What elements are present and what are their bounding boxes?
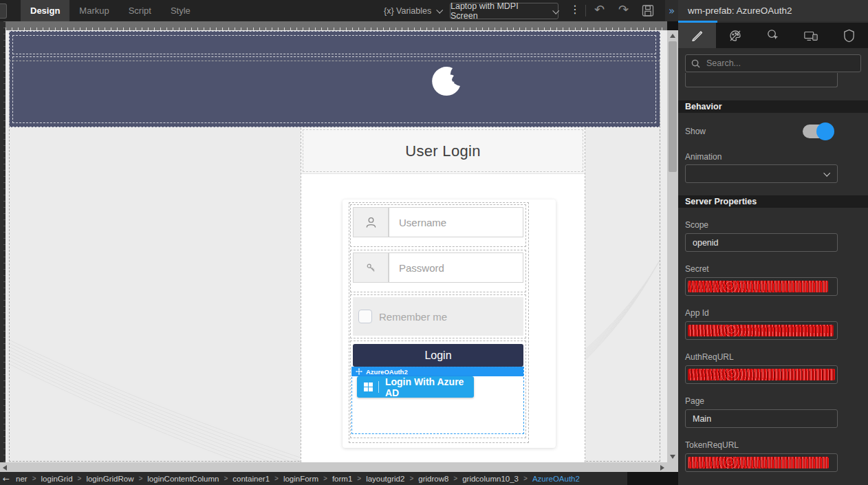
header-row-outline: [12, 35, 656, 54]
tab-style[interactable]: Style: [161, 0, 200, 21]
tab-events[interactable]: [754, 23, 792, 48]
variables-label: {x} Variables: [384, 6, 431, 16]
breadcrumb-item-selected[interactable]: AzureOAuth2: [532, 475, 580, 483]
breadcrumb-separator: >: [32, 475, 36, 482]
auth-req-url-input[interactable]: [685, 365, 838, 384]
password-icon-cell: [353, 252, 389, 283]
vertical-ruler: [0, 21, 6, 462]
token-req-url-label: TokenReqURL: [685, 440, 739, 450]
secret-label: Secret: [685, 264, 709, 274]
app-id-input[interactable]: [685, 321, 838, 340]
left-panel-toggle-icon[interactable]: [0, 3, 7, 19]
breadcrumb-item[interactable]: loginGrid: [41, 475, 73, 483]
tab-devices[interactable]: [792, 23, 830, 48]
horizontal-ruler: [6, 21, 667, 30]
kebab-menu-icon[interactable]: ⋮: [569, 3, 581, 16]
chevron-down-icon: [552, 7, 559, 14]
scroll-down-icon[interactable]: [670, 455, 675, 459]
breadcrumb-item[interactable]: loginContentColumn: [147, 475, 219, 483]
save-icon[interactable]: [641, 3, 655, 18]
property-search: [685, 54, 861, 72]
breadcrumb-item[interactable]: form1: [332, 475, 352, 483]
animation-select[interactable]: [685, 164, 838, 183]
animation-label: Animation: [685, 152, 721, 162]
app-logo: [428, 65, 464, 100]
tab-styles[interactable]: [716, 23, 754, 48]
inspector-title-text: wm-prefab: AzureOAuth2: [688, 6, 792, 16]
behavior-section-title: Behavior: [685, 102, 722, 111]
breadcrumb-separator: >: [138, 475, 142, 482]
scroll-up-icon[interactable]: [670, 34, 675, 38]
server-section-header: Server Properties: [678, 195, 868, 208]
azure-button-label: Login With Azure AD: [385, 376, 474, 398]
scrolled-property-input[interactable]: [685, 73, 838, 87]
breadcrumb-back-icon[interactable]: ←: [3, 474, 10, 484]
button-divider: [378, 381, 379, 393]
page-label: Page: [685, 396, 704, 406]
login-button[interactable]: Login: [353, 344, 523, 367]
tab-properties[interactable]: [678, 23, 716, 48]
undo-icon[interactable]: ↶: [594, 2, 605, 17]
username-input[interactable]: [389, 207, 523, 237]
breadcrumb-separator: >: [274, 475, 279, 482]
breadcrumb-item[interactable]: ner: [16, 475, 28, 483]
breadcrumb-item[interactable]: layoutgrid2: [366, 475, 404, 483]
behavior-section-header: Behavior: [678, 100, 868, 113]
auth-req-url-label: AuthReqURL: [685, 352, 734, 362]
property-inspector: wm-prefab: AzureOAuth2: [678, 0, 868, 485]
inspector-title: wm-prefab: AzureOAuth2: [678, 0, 868, 21]
toolbar-divider: [585, 5, 586, 17]
vertical-scroll-thumb[interactable]: [669, 41, 677, 172]
tab-design[interactable]: Design: [21, 0, 69, 21]
password-input[interactable]: [389, 252, 523, 283]
scope-input[interactable]: [685, 233, 838, 252]
search-icon: [691, 59, 700, 68]
page-header-container[interactable]: [9, 31, 660, 127]
breadcrumb-separator: >: [409, 475, 413, 482]
device-selector[interactable]: Laptop with MDPI Screen: [450, 3, 558, 19]
breadcrumb-separator: >: [323, 475, 327, 482]
login-button-label: Login: [424, 349, 451, 362]
collapse-panel-button[interactable]: »: [665, 0, 678, 21]
breadcrumb-item[interactable]: loginForm: [283, 475, 318, 483]
tab-markup[interactable]: Markup: [69, 0, 118, 21]
breadcrumb-item[interactable]: gridcolumn10_3: [462, 475, 519, 483]
breadcrumb-separator: >: [523, 475, 528, 482]
username-icon-cell: [353, 207, 389, 237]
breadcrumb-item[interactable]: loginGridRow: [86, 475, 133, 483]
breadcrumb-separator: >: [357, 475, 361, 482]
windows-logo-icon: [364, 382, 373, 391]
wavemaker-studio: Design Markup Script Style {x} Variables…: [0, 0, 868, 485]
variables-dropdown[interactable]: {x} Variables: [384, 0, 442, 21]
show-label: Show: [685, 127, 706, 136]
secret-input[interactable]: [685, 277, 838, 296]
show-toggle[interactable]: [803, 125, 833, 138]
redacted-secret-value: [688, 281, 828, 292]
tab-security[interactable]: [830, 23, 868, 48]
token-req-url-input[interactable]: [685, 453, 838, 472]
redacted-token-req-url-value: [688, 457, 829, 468]
redacted-auth-req-url-value: [688, 369, 835, 380]
page-input[interactable]: [685, 409, 838, 428]
breadcrumb-item[interactable]: gridrow8: [418, 475, 448, 483]
breadcrumb-separator: >: [224, 475, 228, 482]
redo-icon[interactable]: ↷: [618, 2, 629, 17]
prefab-selection-bar[interactable]: AzureOAuth2: [351, 367, 523, 376]
azure-login-button[interactable]: Login With Azure AD: [357, 376, 474, 398]
breadcrumb-separator: >: [78, 475, 82, 482]
redacted-app-id-value: [688, 325, 834, 336]
scroll-right-icon[interactable]: [660, 465, 664, 471]
breadcrumb-item[interactable]: container1: [232, 475, 270, 483]
login-content-column[interactable]: User Login: [301, 128, 585, 462]
scope-label: Scope: [685, 220, 708, 230]
search-input[interactable]: [705, 58, 845, 69]
page-body: User Login: [9, 128, 660, 462]
mode-tabs: Design Markup Script Style: [21, 0, 200, 21]
scroll-left-icon[interactable]: [3, 465, 7, 471]
horizontal-scrollbar[interactable]: [0, 462, 667, 472]
vertical-scrollbar[interactable]: [667, 30, 678, 462]
remember-me-checkbox[interactable]: [358, 310, 372, 323]
move-handle-icon[interactable]: [356, 368, 362, 375]
tab-script[interactable]: Script: [119, 0, 161, 21]
chevron-down-icon: [437, 7, 444, 14]
